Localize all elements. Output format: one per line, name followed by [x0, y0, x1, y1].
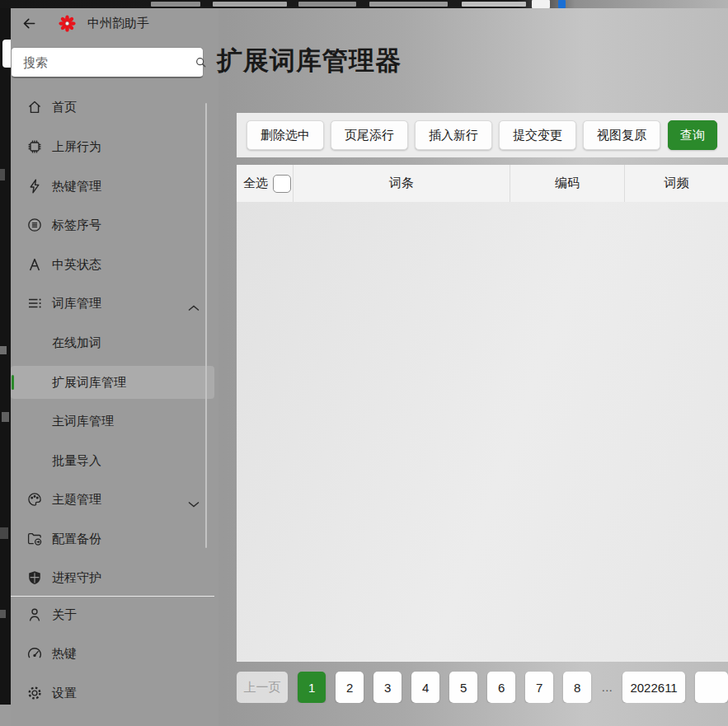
screen: 中州韵助手 首页 上屏行为 热键管理: [0, 0, 728, 726]
sidebar-item-about[interactable]: 关于: [11, 598, 214, 631]
table-header-frequency: 词频: [624, 165, 728, 202]
background-artifact: [151, 2, 200, 7]
sidebar-item-cn-en-state[interactable]: 中英状态: [11, 248, 214, 281]
page-title: 扩展词库管理器: [217, 44, 402, 78]
page-button-8[interactable]: 8: [563, 672, 591, 703]
sidebar-item-label: 主词库管理: [52, 414, 114, 429]
table-body-empty: [237, 202, 728, 662]
background-artifact: [0, 346, 7, 354]
page-button-3[interactable]: 3: [373, 672, 402, 703]
sidebar-item-theme-management[interactable]: 主题管理: [11, 483, 214, 516]
prev-page-button[interactable]: 上一页: [237, 672, 288, 703]
sidebar-item-label: 词库管理: [52, 296, 101, 311]
letter-a-icon: [26, 256, 43, 273]
select-all-label: 全选: [243, 176, 268, 191]
search-input[interactable]: [12, 55, 194, 69]
list-circle-icon: [26, 217, 43, 233]
background-artifact: [2, 412, 9, 422]
table-header-code: 编码: [510, 165, 624, 202]
pagination: 上一页 1 2 3 4 5 6 7 8 … 2022611: [237, 672, 728, 703]
table-header-select-all: 全选: [237, 165, 293, 202]
background-artifact: [369, 2, 448, 7]
chip-icon: [26, 138, 43, 155]
sidebar-item-label: 扩展词库管理: [52, 375, 126, 391]
reset-view-button[interactable]: 视图复原: [583, 120, 660, 150]
sidebar-item-label: 批量导入: [52, 453, 101, 469]
page-button-2[interactable]: 2: [336, 672, 364, 703]
sidebar-item-label: 进程守护: [52, 570, 101, 586]
next-page-button-clipped[interactable]: [695, 672, 728, 703]
background-artifact: [558, 0, 566, 8]
sidebar-item-label: 热键: [52, 646, 77, 662]
sidebar-item-extended-dict-management[interactable]: 扩展词库管理: [11, 366, 214, 399]
sidebar-item-label: 主题管理: [52, 492, 101, 508]
insert-row-button[interactable]: 插入新行: [415, 120, 492, 150]
sidebar-item-label-index[interactable]: 标签序号: [11, 208, 214, 241]
person-icon: [26, 607, 43, 623]
table-header-word: 词条: [293, 165, 510, 202]
sidebar-item-home[interactable]: 首页: [11, 91, 214, 124]
pagination-ellipsis: …: [601, 681, 613, 694]
sidebar-divider: [11, 596, 214, 597]
sidebar-item-dictionary-management[interactable]: 词库管理: [11, 287, 214, 320]
select-all-checkbox[interactable]: [273, 175, 291, 193]
shield-icon: [26, 569, 43, 586]
background-artifact: [0, 169, 5, 180]
sidebar-item-screen-behavior[interactable]: 上屏行为: [11, 130, 214, 163]
background-artifact: [213, 2, 287, 7]
home-icon: [26, 99, 43, 115]
toolbar: 删除选中 页尾添行 插入新行 提交变更 视图复原 查询: [237, 113, 728, 157]
sidebar-item-label: 配置备份: [52, 532, 101, 547]
background-artifact: [0, 705, 11, 726]
chevron-up-icon[interactable]: [188, 300, 200, 307]
chevron-down-icon[interactable]: [188, 496, 200, 503]
sidebar-item-label: 标签序号: [52, 218, 101, 233]
table-header: 全选 词条 编码 词频: [237, 165, 728, 202]
delete-selected-button[interactable]: 删除选中: [247, 120, 324, 150]
sidebar-item-main-dict-management[interactable]: 主词库管理: [11, 405, 214, 438]
sidebar-item-label: 设置: [52, 686, 77, 701]
back-arrow-icon: [21, 16, 37, 31]
page-button-4[interactable]: 4: [411, 672, 439, 703]
page-button-1[interactable]: 1: [298, 672, 326, 703]
sidebar-item-settings[interactable]: 设置: [11, 677, 214, 710]
sidebar-item-label: 中英状态: [52, 257, 101, 273]
commit-changes-button[interactable]: 提交变更: [499, 120, 576, 150]
background-window-edge: [0, 8, 11, 726]
folder-sync-icon: [26, 531, 43, 547]
sidebar-item-label: 热键管理: [52, 179, 101, 194]
page-button-6[interactable]: 6: [487, 672, 515, 703]
list-dots-icon: [26, 295, 43, 311]
sidebar-item-online-add-word[interactable]: 在线加词: [11, 326, 214, 359]
sidebar-item-config-backup[interactable]: 配置备份: [11, 522, 214, 555]
gear-icon: [26, 685, 43, 701]
background-artifact: [462, 2, 526, 7]
lightning-icon: [26, 178, 43, 194]
append-row-button[interactable]: 页尾添行: [331, 120, 408, 150]
page-button-last[interactable]: 2022611: [622, 672, 685, 703]
sidebar-item-label: 关于: [52, 607, 77, 623]
sidebar-scrollbar[interactable]: [205, 103, 207, 548]
sidebar-item-batch-import[interactable]: 批量导入: [11, 444, 214, 477]
sidebar-item-label: 首页: [52, 100, 77, 115]
search-icon[interactable]: [194, 55, 208, 69]
background-window-strip: [0, 0, 728, 8]
app-title: 中州韵助手: [87, 16, 149, 31]
sidebar-item-process-guard[interactable]: 进程守护: [11, 561, 214, 594]
sidebar-item-hotkey-management[interactable]: 热键管理: [11, 170, 214, 203]
titlebar: 中州韵助手: [11, 8, 341, 39]
gauge-icon: [26, 645, 43, 662]
sidebar-item-label: 上屏行为: [52, 139, 101, 155]
sidebar-item-label: 在线加词: [52, 335, 101, 351]
page-button-5[interactable]: 5: [449, 672, 477, 703]
app-window: 中州韵助手 首页 上屏行为 热键管理: [11, 8, 728, 726]
background-artifact: [0, 527, 8, 539]
page-button-7[interactable]: 7: [525, 672, 553, 703]
background-artifact: [2, 40, 11, 68]
palette-icon: [26, 491, 43, 508]
query-button[interactable]: 查询: [668, 120, 717, 150]
back-button[interactable]: [18, 13, 40, 35]
search-box: [11, 47, 204, 78]
background-artifact: [0, 610, 6, 618]
sidebar-item-hotkey[interactable]: 热键: [11, 637, 214, 670]
